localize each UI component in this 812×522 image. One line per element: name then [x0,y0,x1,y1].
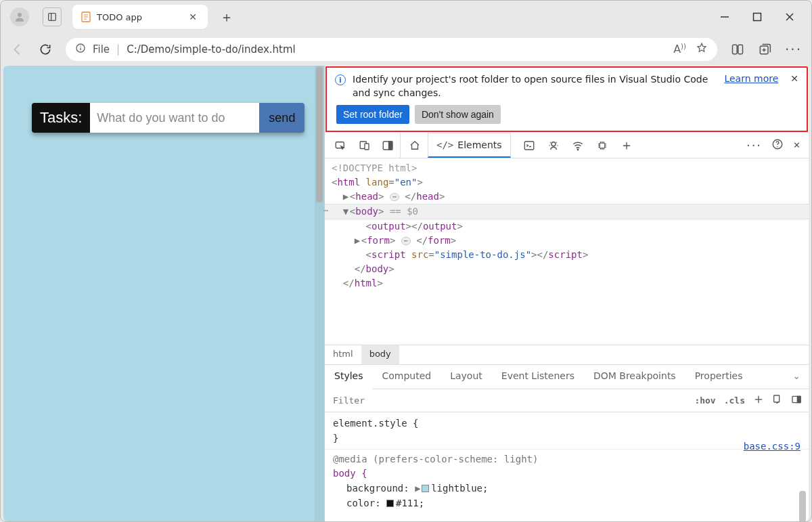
elements-tab-label: Elements [457,139,501,150]
profile-avatar[interactable] [10,7,29,26]
dom-tree[interactable]: <!DOCTYPE html> <html lang="en"> ▶<head>… [325,158,809,345]
content-area: Tasks: send i Identify your project's ro… [3,66,809,521]
source-link[interactable]: base.css:9 [744,439,800,454]
dom-breadcrumb: html body [325,345,809,365]
elements-tab[interactable]: </> Elements [428,133,511,158]
task-form: Tasks: send [32,103,304,133]
reload-button[interactable] [39,43,52,56]
more-tabs-icon[interactable]: ＋ [615,133,638,158]
crumb-body[interactable]: body [361,345,399,364]
maximize-button[interactable] [750,10,764,24]
dont-show-again-button[interactable]: Don't show again [415,105,501,124]
svg-point-13 [80,45,81,46]
devtools-close-icon[interactable]: ✕ [793,140,800,150]
devtools-scroll-thumb[interactable] [799,491,806,521]
svg-point-27 [577,149,579,150]
crumb-html[interactable]: html [325,345,361,364]
split-screen-icon[interactable] [731,43,744,56]
infobar-message: Identify your project's root folder to o… [353,73,717,100]
svg-point-0 [18,13,22,17]
dom-body-row[interactable]: ⋯ ▼<body> == $0 [325,204,809,219]
new-tab-button[interactable]: ＋ [215,5,239,29]
favorite-icon[interactable] [696,42,708,57]
back-button[interactable] [10,42,25,57]
styles-filter-row: :hov .cls [325,389,809,412]
sources-tab-icon[interactable] [542,133,565,158]
tab-close-icon[interactable]: ✕ [186,10,200,24]
css-body-selector: body { [333,468,367,479]
devtools-panel: i Identify your project's root folder to… [325,66,809,521]
dock-side-icon[interactable] [378,133,401,158]
svg-rect-1 [49,14,56,21]
computed-styles-icon[interactable] [772,394,783,407]
read-aloud-icon[interactable]: A)) [673,43,686,56]
performance-tab-icon[interactable] [591,133,614,158]
set-root-folder-button[interactable]: Set root folder [336,105,409,124]
css-element-style: element.style { [333,416,800,431]
address-bar[interactable]: File | C:/Demo/simple-to-do/index.html A… [66,38,717,61]
page-scroll-thumb[interactable] [316,67,323,202]
new-style-rule-icon[interactable] [753,394,764,407]
devtools-more-icon[interactable]: ··· [746,138,762,152]
elements-tab-icon: </> [436,139,453,150]
browser-titlebar: TODO app ✕ ＋ [1,1,811,33]
learn-more-link[interactable]: Learn more [724,73,778,84]
styles-subtabs: Styles Computed Layout Event Listeners D… [325,365,809,389]
tab-favicon-icon [81,12,91,22]
address-separator: | [116,43,120,56]
svg-rect-21 [365,144,369,150]
devtools-scrollbar[interactable] [799,201,807,521]
page-scrollbar[interactable] [315,66,324,521]
svg-rect-28 [600,143,605,148]
styles-filter-input[interactable] [332,395,686,406]
root-folder-infobar: i Identify your project's root folder to… [325,66,808,132]
browser-tab[interactable]: TODO app ✕ [72,5,208,29]
address-path: C:/Demo/simple-to-do/index.html [127,43,296,56]
info-icon: i [335,74,346,85]
tab-title: TODO app [97,12,181,22]
tab-properties[interactable]: Properties [685,365,752,389]
tab-layout[interactable]: Layout [441,365,492,389]
send-button[interactable]: send [259,103,304,133]
collections-icon[interactable] [758,43,771,56]
svg-rect-14 [732,45,737,53]
infobar-close-icon[interactable]: ✕ [790,73,798,84]
svg-point-30 [777,146,778,148]
svg-rect-33 [774,395,780,402]
address-scheme: File [93,43,110,56]
tab-dom-breakpoints[interactable]: DOM Breakpoints [584,365,685,389]
network-tab-icon[interactable] [566,133,589,158]
browser-toolbar: File | C:/Demo/simple-to-do/index.html A… [1,33,811,66]
css-media-query: @media (prefers-color-scheme: light) [333,454,538,464]
minimize-button[interactable] [718,10,731,24]
svg-point-26 [551,142,556,146]
svg-rect-23 [388,142,392,150]
task-heading: Tasks: [32,103,90,133]
tab-computed[interactable]: Computed [372,365,441,389]
help-icon[interactable] [771,138,784,152]
tab-styles[interactable]: Styles [325,365,372,389]
inspect-element-icon[interactable] [329,133,352,158]
window-controls [718,10,809,24]
svg-rect-8 [754,14,761,21]
page-viewport: Tasks: send [3,66,325,521]
bg-color-swatch[interactable] [422,485,429,492]
toggle-cls[interactable]: .cls [724,395,745,406]
devtools-toolbar: </> Elements ＋ ··· ✕ [325,133,809,158]
settings-menu-icon[interactable]: ··· [785,41,802,58]
tab-event-listeners[interactable]: Event Listeners [492,365,584,389]
close-window-button[interactable] [783,10,796,24]
welcome-tab-icon[interactable] [403,133,426,158]
console-tab-icon[interactable] [518,133,541,158]
task-input[interactable] [90,103,259,133]
device-toolbar-icon[interactable] [353,133,376,158]
toggle-hov[interactable]: :hov [694,395,715,406]
text-color-swatch[interactable] [386,500,394,507]
tab-actions-icon[interactable] [43,7,62,26]
svg-rect-24 [524,142,534,150]
dom-doctype: <!DOCTYPE html> [332,162,417,173]
styles-body[interactable]: element.style { } base.css:9 @media (pre… [325,412,809,510]
svg-rect-15 [738,45,743,53]
site-info-icon[interactable] [75,43,86,56]
